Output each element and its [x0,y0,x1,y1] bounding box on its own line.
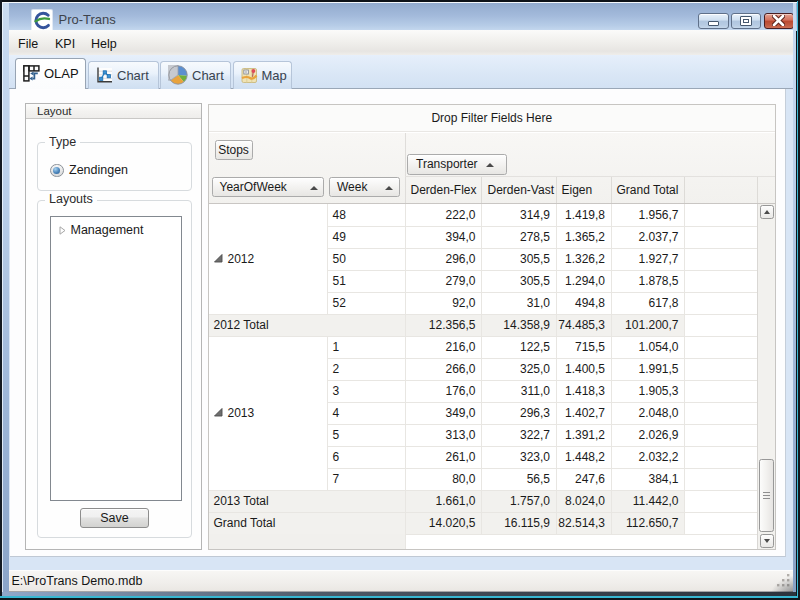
tab-olap[interactable]: OLAP [15,58,86,90]
pivot-week-cell[interactable]: 50 [333,248,393,270]
pivot-value-cell[interactable]: 1.956,7 [611,204,679,226]
pivot-week-cell[interactable]: 7 [333,468,393,490]
row-group-label[interactable]: 2013 [228,402,255,424]
pivot-value-cell[interactable]: 112.650,7 [611,512,679,534]
maximize-button[interactable] [731,13,762,30]
pivot-value-cell[interactable]: 1.419,8 [556,204,606,226]
pivot-value-cell[interactable]: 92,0 [405,292,476,314]
row-field-week[interactable]: Week [329,177,400,197]
menu-item-help[interactable]: Help [89,35,119,54]
pivot-week-cell[interactable]: 48 [333,204,393,226]
column-field-transporter[interactable]: Transporter [407,154,507,175]
pivot-value-cell[interactable]: 14.358,9 [481,314,550,336]
pivot-value-cell[interactable]: 8.024,0 [556,490,606,512]
expand-collapsed-icon[interactable] [58,226,67,235]
pivot-value-cell[interactable]: 1.400,5 [556,358,606,380]
pivot-week-cell[interactable]: 51 [333,270,393,292]
close-button[interactable] [764,13,795,30]
pivot-value-cell[interactable]: 1.391,2 [556,424,606,446]
column-header-grand-total[interactable]: Grand Total [617,177,679,203]
pivot-value-cell[interactable]: 2.032,2 [611,446,679,468]
tab-chart-pie[interactable]: Chart [160,61,231,89]
row-group-label[interactable]: 2012 [228,248,255,270]
column-header-derden-flex[interactable]: Derden-Flex [411,177,477,203]
menu-item-file[interactable]: File [16,35,40,54]
pivot-value-cell[interactable]: 313,0 [405,424,476,446]
pivot-value-cell[interactable]: 617,8 [611,292,679,314]
row-group-cell[interactable]: 2013 [209,336,328,490]
pivot-value-cell[interactable]: 1.991,5 [611,358,679,380]
column-header-eigen[interactable]: Eigen [562,177,593,203]
pivot-value-cell[interactable]: 82.514,3 [556,512,606,534]
pivot-value-cell[interactable]: 1.757,0 [481,490,550,512]
row-field-yearofweek[interactable]: YearOfWeek [212,177,325,197]
data-field-stops[interactable]: Stops [215,140,253,160]
pivot-value-cell[interactable]: 74.485,3 [556,314,606,336]
pivot-value-cell[interactable]: 2.048,0 [611,402,679,424]
pivot-value-cell[interactable]: 1.054,0 [611,336,679,358]
zendingen-radio[interactable] [50,164,64,178]
pivot-value-cell[interactable]: 222,0 [405,204,476,226]
total-row-label[interactable]: 2012 Total [214,314,324,336]
pivot-value-cell[interactable]: 216,0 [405,336,476,358]
pivot-value-cell[interactable]: 1.402,7 [556,402,606,424]
scroll-thumb[interactable] [759,459,774,532]
pivot-value-cell[interactable]: 305,5 [481,270,550,292]
pivot-value-cell[interactable]: 2.037,7 [611,226,679,248]
pivot-week-cell[interactable]: 4 [333,402,393,424]
pivot-value-cell[interactable]: 314,9 [481,204,550,226]
pivot-value-cell[interactable]: 1.878,5 [611,270,679,292]
pivot-week-cell[interactable]: 3 [333,380,393,402]
pivot-value-cell[interactable]: 311,0 [481,380,550,402]
pivot-value-cell[interactable]: 296,0 [405,248,476,270]
total-row-label[interactable]: Grand Total [214,512,324,534]
pivot-value-cell[interactable]: 101.200,7 [611,314,679,336]
pivot-value-cell[interactable]: 1.418,3 [556,380,606,402]
pivot-value-cell[interactable]: 1.927,7 [611,248,679,270]
pivot-value-cell[interactable]: 16.115,9 [481,512,550,534]
pivot-value-cell[interactable]: 494,8 [556,292,606,314]
scroll-down-button[interactable] [760,534,774,548]
pivot-value-cell[interactable]: 2.026,9 [611,424,679,446]
pivot-value-cell[interactable]: 122,5 [481,336,550,358]
pivot-value-cell[interactable]: 12.356,5 [405,314,476,336]
pivot-value-cell[interactable]: 1.326,2 [556,248,606,270]
pivot-value-cell[interactable]: 80,0 [405,468,476,490]
pivot-week-cell[interactable]: 5 [333,424,393,446]
pivot-week-cell[interactable]: 6 [333,446,393,468]
pivot-value-cell[interactable]: 56,5 [481,468,550,490]
menu-item-kpi[interactable]: KPI [53,35,77,54]
column-header-derden-vast[interactable]: Derden-Vast [488,177,554,203]
tree-item-management[interactable]: Management [52,221,180,239]
pivot-value-cell[interactable]: 14.020,5 [405,512,476,534]
pivot-value-cell[interactable]: 323,0 [481,446,550,468]
scroll-up-button[interactable] [760,205,774,219]
pivot-week-cell[interactable]: 52 [333,292,393,314]
pivot-value-cell[interactable]: 1.365,2 [556,226,606,248]
pivot-value-cell[interactable]: 279,0 [405,270,476,292]
title-bar[interactable]: Pro-Trans [2,3,799,32]
tab-map[interactable]: Map [233,61,293,89]
pivot-value-cell[interactable]: 31,0 [481,292,550,314]
pivot-value-cell[interactable]: 305,5 [481,248,550,270]
pivot-week-cell[interactable]: 1 [333,336,393,358]
tab-chart-line[interactable]: Chart [88,61,159,89]
pivot-value-cell[interactable]: 247,6 [556,468,606,490]
pivot-value-cell[interactable]: 1.661,0 [405,490,476,512]
pivot-value-cell[interactable]: 1.905,3 [611,380,679,402]
pivot-value-cell[interactable]: 266,0 [405,358,476,380]
expand-expanded-icon[interactable] [214,254,223,263]
pivot-value-cell[interactable]: 349,0 [405,402,476,424]
pivot-value-cell[interactable]: 325,0 [481,358,550,380]
pivot-value-cell[interactable]: 715,5 [556,336,606,358]
zendingen-radio-label[interactable]: Zendingen [69,164,128,177]
pivot-value-cell[interactable]: 261,0 [405,446,476,468]
pivot-week-cell[interactable]: 49 [333,226,393,248]
pivot-week-cell[interactable]: 2 [333,358,393,380]
minimize-button[interactable] [698,13,729,30]
total-row-label[interactable]: 2013 Total [214,490,324,512]
pivot-value-cell[interactable]: 176,0 [405,380,476,402]
save-button[interactable]: Save [80,508,149,528]
row-group-cell[interactable]: 2012 [209,204,328,314]
filter-drop-area[interactable]: Drop Filter Fields Here [209,105,775,133]
